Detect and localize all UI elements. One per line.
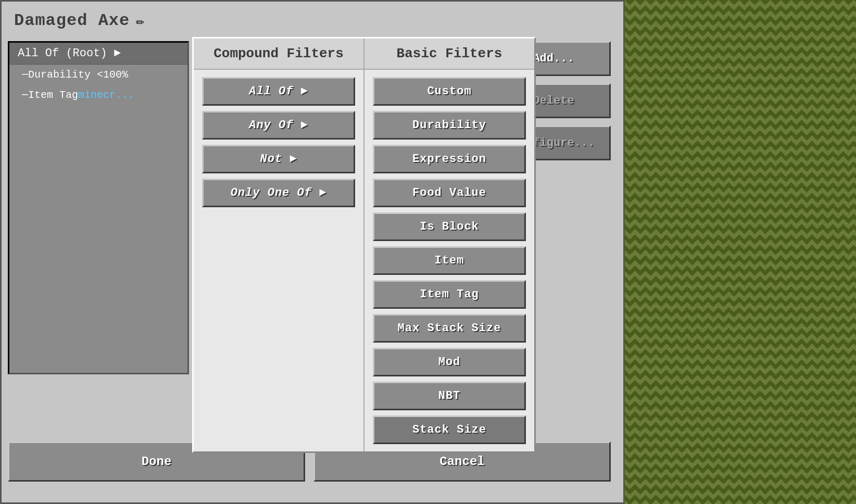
basic-expression-button[interactable]: Expression <box>373 145 526 173</box>
pencil-icon: ✏️ <box>136 12 145 30</box>
basic-stack-size-button[interactable]: Stack Size <box>373 415 526 444</box>
basic-custom-button[interactable]: Custom <box>373 77 526 106</box>
compound-filters-header: Compound Filters <box>194 39 364 69</box>
basic-mod-button[interactable]: Mod <box>373 348 526 376</box>
main-ui: Damaged Axe ✏️ All Of (Root) ► ─Durabili… <box>0 0 625 504</box>
compound-filters-col: All Of ► Any Of ► Not ► Only One Of ► <box>194 70 364 451</box>
basic-item-tag-button[interactable]: Item Tag <box>373 280 526 309</box>
basic-is-block-button[interactable]: Is Block <box>373 212 526 241</box>
basic-filters-header: Basic Filters <box>364 39 534 69</box>
basic-food-value-button[interactable]: Food Value <box>373 179 526 207</box>
compound-only-one-of-button[interactable]: Only One Of ► <box>202 179 355 207</box>
tree-child-itemtag[interactable]: ─Item Tag minecr... <box>9 85 187 105</box>
basic-durability-button[interactable]: Durability <box>373 111 526 140</box>
basic-filters-col: Custom Durability Expression Food Value … <box>364 70 534 451</box>
page-title: Damaged Axe <box>14 11 130 30</box>
tree-root-label: All Of (Root) ► <box>18 47 121 60</box>
filter-tree: All Of (Root) ► ─Durability <100% ─Item … <box>8 41 189 374</box>
modal-header: Compound Filters Basic Filters <box>194 39 534 70</box>
basic-nbt-button[interactable]: NBT <box>373 382 526 410</box>
compound-any-of-button[interactable]: Any Of ► <box>202 111 355 140</box>
basic-item-button[interactable]: Item <box>373 246 526 275</box>
compound-not-button[interactable]: Not ► <box>202 145 355 173</box>
modal-body: All Of ► Any Of ► Not ► Only One Of ► Cu… <box>194 70 534 451</box>
basic-max-stack-size-button[interactable]: Max Stack Size <box>373 314 526 343</box>
tree-child-durability[interactable]: ─Durability <100% <box>9 65 187 85</box>
tree-root-item[interactable]: All Of (Root) ► <box>9 43 187 65</box>
filter-modal: Compound Filters Basic Filters All Of ► … <box>192 37 536 453</box>
title-bar: Damaged Axe ✏️ <box>2 2 623 40</box>
compound-all-of-button[interactable]: All Of ► <box>202 77 355 106</box>
